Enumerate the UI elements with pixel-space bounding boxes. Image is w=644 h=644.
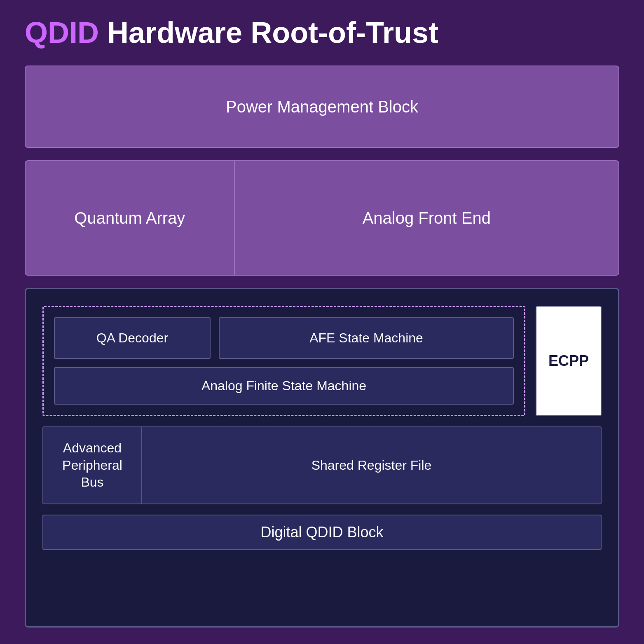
shared-register-block: Shared Register File [142, 427, 601, 503]
page-title: QDID Hardware Root-of-Trust [25, 16, 619, 49]
ecpp-block: ECPP [536, 306, 602, 416]
power-management-label: Power Management Block [226, 98, 418, 116]
qa-decoder-block: QA Decoder [54, 317, 211, 359]
analog-fsm-block: Analog Finite State Machine [54, 367, 514, 405]
apb-label: AdvancedPeripheral Bus [52, 440, 133, 491]
analog-front-end-label: Analog Front End [363, 209, 491, 227]
quantum-array-label: Quantum Array [74, 209, 185, 227]
afe-state-machine-block: AFE State Machine [219, 317, 514, 359]
digital-qdid-label-text: Digital QDID Block [260, 524, 383, 541]
apb-register-row: AdvancedPeripheral Bus Shared Register F… [42, 426, 602, 504]
qdid-brand: QDID [25, 16, 99, 49]
qa-decoder-label: QA Decoder [96, 330, 168, 346]
main-container: Power Management Block Quantum Array Ana… [25, 66, 619, 628]
analog-fsm-label: Analog Finite State Machine [201, 378, 366, 393]
power-management-block: Power Management Block [25, 66, 619, 148]
quantum-array-block: Quantum Array [26, 161, 235, 275]
ecpp-label: ECPP [548, 352, 589, 370]
title-rest: Hardware Root-of-Trust [99, 16, 438, 49]
dashed-container: QA Decoder AFE State Machine Analog Fini… [42, 306, 525, 416]
analog-front-end-block: Analog Front End [235, 161, 618, 275]
afe-state-machine-label: AFE State Machine [309, 330, 423, 346]
decoder-afe-row: QA Decoder AFE State Machine [54, 317, 514, 359]
digital-qdid-outer-block: QA Decoder AFE State Machine Analog Fini… [25, 288, 619, 628]
digital-qdid-label-block: Digital QDID Block [42, 515, 602, 550]
apb-block: AdvancedPeripheral Bus [43, 427, 142, 503]
digital-top-row: QA Decoder AFE State Machine Analog Fini… [42, 306, 602, 416]
qa-afe-row: Quantum Array Analog Front End [25, 160, 619, 276]
shared-register-label: Shared Register File [311, 458, 432, 473]
